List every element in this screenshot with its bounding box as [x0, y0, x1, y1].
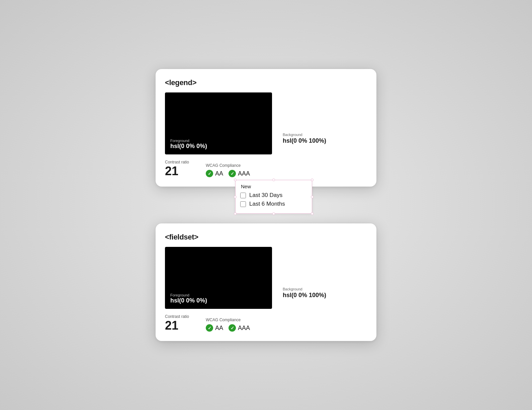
card1-wcag-aaa-badge: ✓ AAA: [229, 170, 250, 177]
popup-checkbox2-label: Last 6 Months: [249, 201, 285, 207]
card1-preview-box: Foreground hsl(0 0% 0%): [165, 92, 272, 154]
popup-handle-bm: [272, 212, 275, 215]
card2-bg-label: Background: [283, 287, 326, 291]
card2-contrast-label: Contrast ratio: [165, 314, 189, 319]
popup-handle-bl: [234, 212, 237, 215]
card1-wcag-aa-badge: ✓ AA: [206, 170, 223, 177]
card2-wcag-label: WCAG Compliance: [206, 318, 250, 322]
card2-info-row: Foreground hsl(0 0% 0%) Contrast ratio 2…: [165, 247, 367, 332]
card2-title: <fieldset>: [165, 233, 367, 242]
card1-wcag-label: WCAG Compliance: [206, 163, 250, 168]
floating-popup: New Last 30 Days Last 6 Months: [235, 180, 312, 214]
card1-wcag-badges: ✓ AA ✓ AAA: [206, 170, 250, 177]
card2-wcag-aa-badge: ✓ AA: [206, 324, 223, 332]
popup-handle-lm: [234, 196, 237, 198]
popup-new-label: New: [240, 184, 306, 189]
card1-aa-label: AA: [215, 170, 223, 177]
card1-aaa-check-icon: ✓: [229, 170, 236, 177]
card1-title: <legend>: [165, 78, 367, 87]
popup-checkbox2[interactable]: Last 6 Months: [240, 201, 306, 207]
popup-handle-tl: [234, 179, 237, 181]
card2-fg-label: Foreground: [170, 293, 267, 297]
popup-checkbox1-label: Last 30 Days: [249, 192, 282, 199]
card1-preview-area: Foreground hsl(0 0% 0%) Contrast ratio 2…: [165, 92, 272, 177]
popup-checkbox1-input[interactable]: [240, 193, 246, 198]
card2-contrast-block: Contrast ratio 21: [165, 314, 189, 332]
card1-fg-label: Foreground: [170, 139, 267, 143]
card2-fg-value: hsl(0 0% 0%): [170, 297, 267, 304]
popup-checkbox2-input[interactable]: [240, 201, 246, 207]
card1-contrast-block: Contrast ratio 21: [165, 160, 189, 177]
card1-fg-value: hsl(0 0% 0%): [170, 143, 267, 150]
card2-contrast-section: Contrast ratio 21 WCAG Compliance ✓ AA ✓: [165, 314, 272, 332]
card2-wcag-block: WCAG Compliance ✓ AA ✓ AAA: [206, 318, 250, 332]
card1-bg-info: Background hsl(0 0% 100%): [272, 92, 326, 177]
card2-preview-area: Foreground hsl(0 0% 0%) Contrast ratio 2…: [165, 247, 272, 332]
card1-wcag-block: WCAG Compliance ✓ AA ✓ AAA: [206, 163, 250, 177]
fieldset-card: <fieldset> Foreground hsl(0 0% 0%) Contr…: [156, 223, 376, 341]
card2-aaa-label: AAA: [238, 325, 250, 332]
card1-contrast-label: Contrast ratio: [165, 160, 189, 164]
card1-contrast-section: Contrast ratio 21 WCAG Compliance ✓ AA ✓: [165, 160, 272, 177]
popup-handle-rm: [311, 196, 314, 198]
popup-handle-br: [311, 212, 314, 215]
card1-bg-value: hsl(0 0% 100%): [283, 137, 326, 144]
card2-aa-check-icon: ✓: [206, 324, 213, 332]
card2-bg-info: Background hsl(0 0% 100%): [272, 247, 326, 332]
card2-wcag-badges: ✓ AA ✓ AAA: [206, 324, 250, 332]
card1-aaa-label: AAA: [238, 170, 250, 177]
legend-card: <legend> Foreground hsl(0 0% 0%) Contras…: [156, 69, 376, 187]
card2-aa-label: AA: [215, 325, 223, 332]
card1-aa-check-icon: ✓: [206, 170, 213, 177]
card2-wcag-aaa-badge: ✓ AAA: [229, 324, 250, 332]
card1-bg-label: Background: [283, 133, 326, 137]
card2-aaa-check-icon: ✓: [229, 324, 236, 332]
popup-handle-tm: [272, 179, 275, 181]
card2-bg-value: hsl(0 0% 100%): [283, 292, 326, 299]
popup-checkbox1[interactable]: Last 30 Days: [240, 192, 306, 199]
page-wrapper: <legend> Foreground hsl(0 0% 0%) Contras…: [152, 69, 380, 341]
card1-info-row: Foreground hsl(0 0% 0%) Contrast ratio 2…: [165, 92, 367, 177]
card2-preview-box: Foreground hsl(0 0% 0%): [165, 247, 272, 309]
popup-handle-tr: [311, 179, 314, 181]
card1-contrast-value: 21: [165, 165, 189, 177]
card2-contrast-value: 21: [165, 320, 189, 332]
